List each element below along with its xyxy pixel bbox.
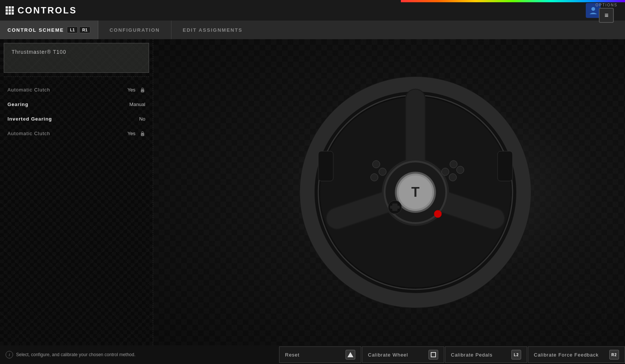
svg-point-15 — [450, 161, 457, 168]
tab-edit-assignments-label: EDIT ASSIGNMENTS — [183, 27, 242, 33]
triangle-icon — [347, 352, 353, 357]
lock-icon-2: 🔒 — [140, 131, 145, 136]
right-panel: T — [153, 39, 625, 345]
reset-button[interactable]: Reset — [279, 346, 361, 363]
calibrate-wheel-label: Calibrate Wheel — [368, 352, 408, 358]
tab-scheme-buttons: L1 R1 — [67, 27, 90, 33]
tab-navigation: CONTROL SCHEME L1 R1 CONFIGURATION EDIT … — [0, 21, 625, 39]
tab-btn-r1[interactable]: R1 — [79, 27, 90, 33]
svg-point-0 — [591, 7, 595, 11]
options-label: OPTIONS — [595, 3, 618, 7]
tab-configuration[interactable]: CONFIGURATION — [98, 21, 171, 39]
svg-rect-25 — [318, 151, 333, 181]
svg-point-20 — [371, 174, 378, 181]
tab-control-scheme-label: CONTROL SCHEME — [7, 27, 64, 33]
page-title: CONTROLS — [18, 5, 77, 16]
reset-label: Reset — [285, 352, 300, 358]
svg-rect-26 — [498, 151, 513, 181]
color-bar — [401, 0, 625, 2]
bottom-bar: i Select, configure, and calibrate your … — [0, 345, 625, 364]
decorative-circle-2 — [554, 282, 614, 342]
tab-btn-l1[interactable]: L1 — [67, 27, 78, 33]
calibrate-ff-label: Calibrate Force Feedback — [534, 352, 599, 358]
calibrate-wheel-key — [428, 350, 438, 360]
logo-grid-icon — [6, 6, 14, 15]
svg-point-16 — [449, 174, 457, 181]
calibrate-wheel-button[interactable]: Calibrate Wheel — [362, 346, 444, 363]
svg-point-17 — [457, 166, 464, 174]
svg-point-14 — [442, 168, 449, 175]
options-area[interactable]: OPTIONS ≡ — [595, 3, 618, 23]
tab-configuration-label: CONFIGURATION — [109, 27, 160, 33]
svg-text:T: T — [411, 184, 420, 200]
left-panel: Thrustmaster® T100 Automatic Clutch Yes … — [0, 39, 153, 345]
svg-point-18 — [379, 168, 386, 175]
calibrate-pedals-key: L2 — [511, 350, 521, 360]
tab-edit-assignments[interactable]: EDIT ASSIGNMENTS — [171, 21, 254, 39]
diamond-bg-pattern — [0, 39, 153, 345]
status-info: i Select, configure, and calibrate your … — [0, 351, 278, 358]
lock-icon-1: 🔒 — [140, 87, 145, 93]
header: CONTROLS OPTIONS ≡ — [0, 0, 625, 21]
calibrate-pedals-label: Calibrate Pedals — [451, 352, 492, 358]
logo-area: CONTROLS — [0, 5, 77, 16]
status-text: Select, configure, and calibrate your ch… — [16, 352, 136, 357]
square-icon — [431, 352, 436, 357]
svg-rect-23 — [390, 206, 400, 209]
reset-key — [346, 350, 355, 360]
steering-wheel-container: T — [285, 62, 546, 323]
steering-wheel-svg: T — [285, 62, 546, 323]
svg-point-19 — [372, 161, 380, 168]
calibrate-ff-key: R2 — [609, 350, 619, 360]
tab-control-scheme[interactable]: CONTROL SCHEME L1 R1 — [0, 21, 98, 39]
svg-point-24 — [434, 210, 442, 218]
options-icon[interactable]: ≡ — [599, 8, 614, 23]
main-content: Thrustmaster® T100 Automatic Clutch Yes … — [0, 39, 625, 345]
info-icon: i — [6, 351, 13, 358]
calibrate-ff-button[interactable]: Calibrate Force Feedback R2 — [528, 346, 625, 363]
calibrate-pedals-button[interactable]: Calibrate Pedals L2 — [445, 346, 527, 363]
